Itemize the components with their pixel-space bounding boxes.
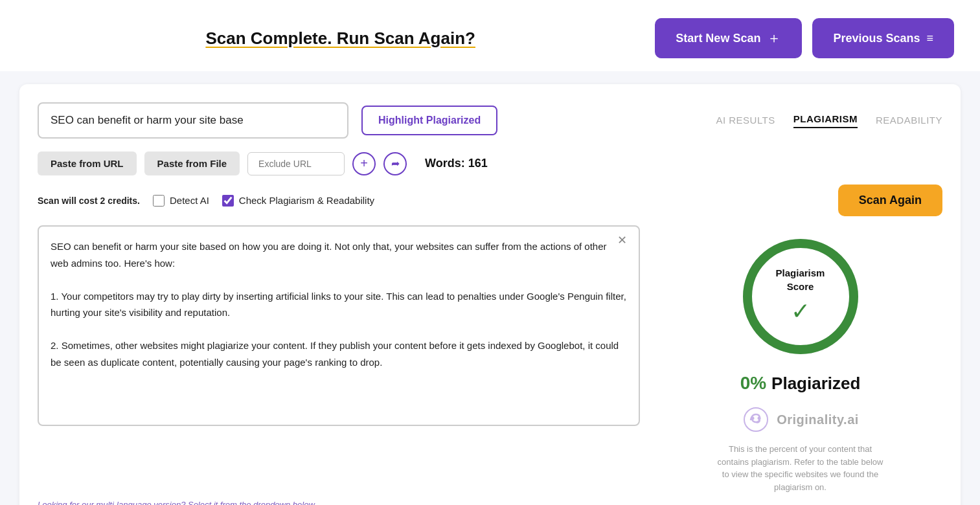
plagiarized-label: Plagiarized <box>771 374 860 394</box>
svg-point-2 <box>744 408 768 431</box>
right-panel: Plagiarism Score ✓ 0% Plagiarized Origin… <box>658 225 942 493</box>
tabs-area: AI RESULTS PLAGIARISM READABILITY <box>716 113 942 128</box>
multilang-note: Looking for our multi-language version? … <box>38 500 942 505</box>
check-plagiarism-label: Check Plagiarism & Readability <box>239 195 374 206</box>
check-plagiarism-checkbox[interactable] <box>222 195 234 207</box>
page-title: Scan Complete. Run Scan Again? <box>205 28 475 49</box>
start-new-scan-button[interactable]: Start New Scan ＋ <box>655 18 802 58</box>
svg-point-3 <box>751 417 755 420</box>
detect-ai-checkbox-label[interactable]: Detect AI <box>153 195 209 207</box>
previous-scans-label: Previous Scans <box>833 32 920 45</box>
share-icon: ➦ <box>391 157 400 170</box>
tab-ai-results[interactable]: AI RESULTS <box>716 115 775 128</box>
svg-point-4 <box>758 417 761 420</box>
detect-ai-checkbox[interactable] <box>153 195 165 207</box>
plagiarism-score-circle: Plagiarism Score ✓ <box>736 232 865 361</box>
circle-label: Plagiarism Score ✓ <box>768 267 833 326</box>
paste-file-button[interactable]: Paste from File <box>144 152 240 175</box>
detect-ai-label: Detect AI <box>170 195 209 206</box>
score-title: Plagiarism Score <box>776 267 825 292</box>
words-count: Words: 161 <box>425 157 488 170</box>
list-icon: ≡ <box>926 32 933 45</box>
previous-scans-button[interactable]: Previous Scans ≡ <box>812 18 954 58</box>
actions-row: Paste from URL Paste from File + ➦ Words… <box>38 152 942 175</box>
add-exclude-url-button[interactable]: + <box>352 152 376 175</box>
content-area: SEO can benefit or harm your site based … <box>38 225 942 493</box>
circle-plus-icon: + <box>360 156 368 171</box>
text-preview: SEO can benefit or harm your site base <box>38 102 348 139</box>
plus-icon: ＋ <box>767 28 781 48</box>
scan-again-button[interactable]: Scan Again <box>838 185 942 216</box>
checkmark-icon: ✓ <box>768 296 833 326</box>
header-buttons: Start New Scan ＋ Previous Scans ≡ <box>655 18 954 58</box>
top-header: Scan Complete. Run Scan Again? Start New… <box>0 0 980 71</box>
brand-logo-icon <box>742 405 770 434</box>
credits-row: Scan will cost 2 credits. Detect AI Chec… <box>38 185 942 216</box>
brand-name: Originality.ai <box>777 412 859 427</box>
credits-text: Scan will cost 2 credits. <box>38 196 140 206</box>
top-row: SEO can benefit or harm your site base H… <box>38 102 942 139</box>
close-icon: ✕ <box>617 234 627 247</box>
percent-row: 0% Plagiarized <box>740 373 861 394</box>
paste-url-button[interactable]: Paste from URL <box>38 152 137 175</box>
start-scan-label: Start New Scan <box>676 32 760 45</box>
tab-readability[interactable]: READABILITY <box>876 115 942 128</box>
exclude-url-input[interactable] <box>247 152 345 175</box>
text-editor[interactable]: SEO can benefit or harm your site based … <box>38 225 640 426</box>
tab-plagiarism[interactable]: PLAGIARISM <box>793 113 858 128</box>
originality-brand: Originality.ai <box>742 405 859 434</box>
text-editor-wrapper: SEO can benefit or harm your site based … <box>38 225 640 493</box>
score-description: This is the percent of your content that… <box>716 443 885 493</box>
plagiarism-percent: 0% <box>740 373 766 394</box>
close-editor-button[interactable]: ✕ <box>617 233 627 247</box>
highlight-plagiarized-button[interactable]: Highlight Plagiarized <box>361 106 497 135</box>
share-button[interactable]: ➦ <box>383 152 407 175</box>
check-plagiarism-checkbox-label[interactable]: Check Plagiarism & Readability <box>222 195 374 207</box>
main-container: SEO can benefit or harm your site base H… <box>19 84 961 505</box>
